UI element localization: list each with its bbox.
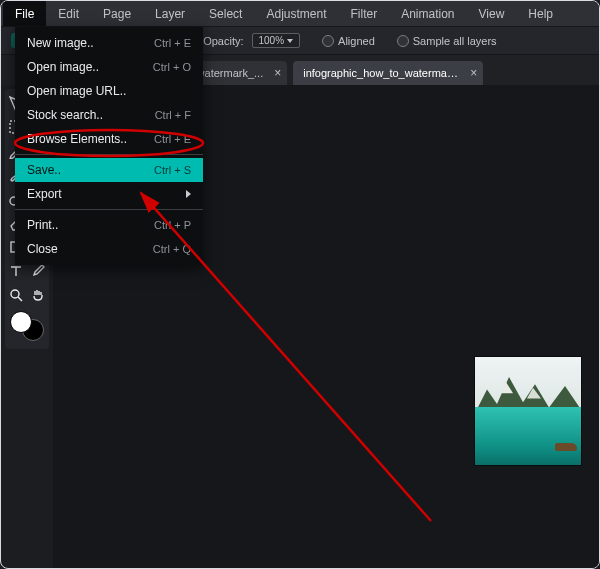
menu-item-close[interactable]: Close Ctrl + Q bbox=[15, 237, 203, 261]
sample-all-label: Sample all layers bbox=[413, 35, 497, 47]
menu-item-open-url[interactable]: Open image URL.. bbox=[15, 79, 203, 103]
menu-item-save[interactable]: Save.. Ctrl + S bbox=[15, 158, 203, 182]
menu-item-label: New image.. bbox=[27, 36, 94, 50]
menu-item-shortcut: Ctrl + E bbox=[154, 133, 191, 145]
menu-item-export[interactable]: Export bbox=[15, 182, 203, 206]
close-icon[interactable]: × bbox=[274, 66, 281, 80]
menubar-item-edit[interactable]: Edit bbox=[46, 1, 91, 26]
menu-item-label: Open image.. bbox=[27, 60, 99, 74]
submenu-arrow-icon bbox=[186, 190, 191, 198]
menu-item-shortcut: Ctrl + S bbox=[154, 164, 191, 176]
menubar-item-help[interactable]: Help bbox=[516, 1, 565, 26]
menu-item-label: Stock search.. bbox=[27, 108, 103, 122]
aligned-label: Aligned bbox=[338, 35, 375, 47]
menubar: File Edit Page Layer Select Adjustment F… bbox=[1, 1, 599, 27]
menu-item-shortcut: Ctrl + P bbox=[154, 219, 191, 231]
menu-item-label: Close bbox=[27, 242, 58, 256]
menubar-item-file[interactable]: File bbox=[3, 1, 46, 26]
svg-point-5 bbox=[11, 290, 19, 298]
menubar-item-adjustment[interactable]: Adjustment bbox=[254, 1, 338, 26]
menu-item-shortcut: Ctrl + Q bbox=[153, 243, 191, 255]
menu-item-label: Browse Elements.. bbox=[27, 132, 127, 146]
menu-item-stock-search[interactable]: Stock search.. Ctrl + F bbox=[15, 103, 203, 127]
color-swatches[interactable] bbox=[10, 311, 44, 341]
tab-label: infographic_how_to_watermark_a_ph... bbox=[303, 67, 483, 79]
menubar-item-filter[interactable]: Filter bbox=[338, 1, 389, 26]
menu-separator bbox=[15, 209, 203, 210]
menubar-item-animation[interactable]: Animation bbox=[389, 1, 466, 26]
menubar-item-page[interactable]: Page bbox=[91, 1, 143, 26]
menu-item-label: Save.. bbox=[27, 163, 61, 177]
foreground-color-swatch[interactable] bbox=[10, 311, 32, 333]
zoom-icon[interactable] bbox=[6, 285, 26, 305]
menu-item-shortcut: Ctrl + O bbox=[153, 61, 191, 73]
menu-item-new-image[interactable]: New image.. Ctrl + E bbox=[15, 31, 203, 55]
menu-item-print[interactable]: Print.. Ctrl + P bbox=[15, 213, 203, 237]
menu-item-shortcut: Ctrl + F bbox=[155, 109, 191, 121]
document-tab[interactable]: infographic_how_to_watermark_a_ph... × bbox=[293, 61, 483, 85]
sample-all-radio[interactable] bbox=[397, 35, 409, 47]
menu-item-label: Print.. bbox=[27, 218, 58, 232]
close-icon[interactable]: × bbox=[470, 66, 477, 80]
file-menu-dropdown: New image.. Ctrl + E Open image.. Ctrl +… bbox=[15, 27, 203, 265]
opacity-value: 100% bbox=[259, 35, 285, 46]
hand-icon[interactable] bbox=[28, 285, 48, 305]
menu-item-open-image[interactable]: Open image.. Ctrl + O bbox=[15, 55, 203, 79]
menu-item-label: Export bbox=[27, 187, 62, 201]
menubar-item-view[interactable]: View bbox=[467, 1, 517, 26]
menubar-item-select[interactable]: Select bbox=[197, 1, 254, 26]
aligned-radio[interactable] bbox=[322, 35, 334, 47]
opacity-input[interactable]: 100% bbox=[252, 33, 301, 48]
canvas-image[interactable] bbox=[475, 357, 581, 465]
menu-item-shortcut: Ctrl + E bbox=[154, 37, 191, 49]
caret-down-icon bbox=[287, 39, 293, 43]
opacity-label: Opacity: bbox=[203, 35, 243, 47]
menu-item-browse-elements[interactable]: Browse Elements.. Ctrl + E bbox=[15, 127, 203, 151]
menubar-item-layer[interactable]: Layer bbox=[143, 1, 197, 26]
menu-separator bbox=[15, 154, 203, 155]
menu-item-label: Open image URL.. bbox=[27, 84, 126, 98]
